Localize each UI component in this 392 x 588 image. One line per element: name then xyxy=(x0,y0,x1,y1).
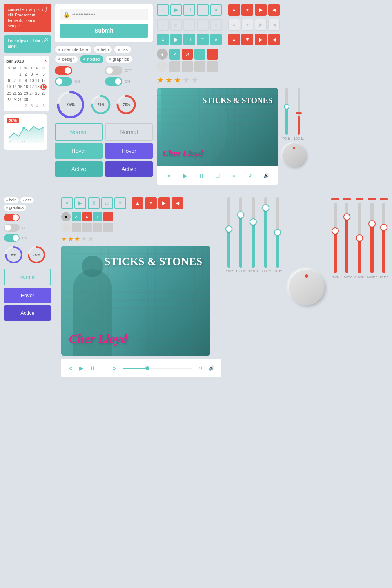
password-input[interactable] xyxy=(72,12,145,17)
tag-help[interactable]: help xyxy=(94,45,113,53)
btn-sm-hover[interactable]: Hover xyxy=(4,288,51,303)
star-3[interactable]: ★ xyxy=(174,75,181,85)
cal-day[interactable]: 30 xyxy=(24,97,29,103)
b-down-btn[interactable]: ▼ xyxy=(145,197,157,209)
star-1[interactable]: ★ xyxy=(157,75,164,85)
lg-volume[interactable]: 🔊 xyxy=(206,363,217,374)
knob[interactable] xyxy=(282,143,306,167)
b-x-icon[interactable]: ✕ xyxy=(82,212,92,221)
b-star-5[interactable]: ★ xyxy=(88,235,93,243)
eq-red-knob-2[interactable] xyxy=(343,213,350,220)
eq-red-knob-1[interactable] xyxy=(332,227,339,234)
stop-btn[interactable]: □ xyxy=(197,4,209,16)
alert-teal-close-icon[interactable]: ✕ xyxy=(45,37,49,42)
cal-day[interactable]: 25 xyxy=(35,91,40,96)
lg-forward[interactable]: » xyxy=(109,363,120,374)
player-repeat[interactable]: ↺ xyxy=(245,170,256,181)
btn-hover-teal[interactable]: Hover xyxy=(55,143,103,159)
cal-day[interactable]: 4 xyxy=(35,71,40,77)
toggle-1[interactable] xyxy=(55,66,72,75)
cal-day[interactable]: 29 xyxy=(18,97,23,103)
b-play-btn[interactable]: ▶ xyxy=(74,197,86,209)
cal-day[interactable] xyxy=(29,97,34,103)
tag-design[interactable]: design xyxy=(55,55,78,63)
sq-icon-4[interactable] xyxy=(207,61,218,72)
play-btn[interactable]: ▶ xyxy=(170,4,182,16)
cal-day[interactable] xyxy=(6,71,12,77)
play-btn-2[interactable]: ▶ xyxy=(170,19,182,31)
left-btn-red-3[interactable]: ◀ xyxy=(268,34,280,45)
b-plus-icon[interactable]: + xyxy=(93,212,102,221)
b-check-icon[interactable]: ✓ xyxy=(72,212,81,221)
eq-knob-1[interactable] xyxy=(225,225,232,232)
cal-day[interactable] xyxy=(35,97,40,103)
cal-day[interactable]: 2 xyxy=(24,71,29,77)
lg-play[interactable]: ▶ xyxy=(76,363,87,374)
cal-day[interactable]: 24 xyxy=(29,91,34,96)
b-sq-4[interactable] xyxy=(103,223,113,232)
b-star-3[interactable]: ★ xyxy=(74,235,80,243)
cal-day[interactable]: 6 xyxy=(6,78,12,83)
stop-btn-2[interactable]: □ xyxy=(197,19,209,31)
plus-icon[interactable]: + xyxy=(194,49,205,60)
b-sq-1[interactable] xyxy=(72,223,81,232)
btn-normal-gray[interactable]: Normal xyxy=(105,123,153,141)
cal-day[interactable]: 27 xyxy=(6,97,12,103)
player-volume[interactable]: 🔊 xyxy=(261,170,272,181)
btn-sm-active[interactable]: Active xyxy=(4,305,51,321)
minus-icon[interactable]: − xyxy=(207,49,218,60)
toggle-2[interactable] xyxy=(105,66,122,75)
tgl-sm-off[interactable] xyxy=(4,224,20,232)
player-play[interactable]: ▶ xyxy=(180,170,191,181)
btn-active-purple[interactable]: Active xyxy=(105,161,153,177)
calendar-next-icon[interactable]: › xyxy=(45,58,47,64)
b-left-btn[interactable]: ◀ xyxy=(172,197,183,209)
tag-sm-help[interactable]: help xyxy=(4,197,19,203)
play-btn-3[interactable]: ▶ xyxy=(170,34,182,45)
b-radio-2[interactable] xyxy=(61,223,71,232)
tag-css[interactable]: css xyxy=(114,45,131,53)
rewind-btn-2[interactable]: « xyxy=(157,19,169,31)
b-rewind-btn[interactable]: « xyxy=(61,197,73,209)
forward-btn[interactable]: » xyxy=(210,4,222,16)
cal-day[interactable] xyxy=(6,103,12,109)
up-btn-gray[interactable]: ▲ xyxy=(228,19,240,31)
player-pause[interactable]: ⏸ xyxy=(196,170,207,181)
cal-day-today[interactable]: 19 xyxy=(40,84,47,90)
cal-day[interactable] xyxy=(40,97,47,103)
eq-red-knob-5[interactable] xyxy=(380,224,387,231)
cal-day[interactable]: 17 xyxy=(29,84,34,90)
radio-icon-2[interactable] xyxy=(157,61,168,72)
slider-knob-teal[interactable] xyxy=(284,104,289,109)
tag-hosted[interactable]: hosted xyxy=(80,55,103,63)
lg-repeat[interactable]: ↺ xyxy=(195,363,206,374)
up-btn-red[interactable]: ▲ xyxy=(228,4,240,16)
b-minus-icon[interactable]: − xyxy=(103,212,113,221)
cal-day[interactable]: 3 xyxy=(29,103,34,109)
b-forward-btn[interactable]: » xyxy=(114,197,126,209)
cal-day[interactable] xyxy=(18,103,23,109)
cal-day[interactable]: 22 xyxy=(18,91,23,96)
check-icon[interactable]: ✓ xyxy=(169,49,180,60)
toggle-3[interactable] xyxy=(55,77,72,86)
cal-day[interactable] xyxy=(12,71,18,77)
tgl-sm-teal[interactable] xyxy=(4,234,20,242)
cal-day[interactable]: 28 xyxy=(12,97,18,103)
cal-day[interactable] xyxy=(12,103,18,109)
b-right-btn[interactable]: ▶ xyxy=(158,197,170,209)
lg-stop[interactable]: □ xyxy=(98,363,109,374)
b-pause-btn[interactable]: ⏸ xyxy=(88,197,100,209)
b-sq-2[interactable] xyxy=(82,223,92,232)
cal-day[interactable]: 26 xyxy=(40,91,47,96)
lg-rewind[interactable]: « xyxy=(65,363,76,374)
large-knob[interactable] xyxy=(289,270,324,305)
toggle-4[interactable] xyxy=(105,77,122,86)
sq-icon-3[interactable] xyxy=(194,61,205,72)
cal-day[interactable]: 3 xyxy=(29,71,34,77)
eq-knob-5[interactable] xyxy=(274,229,281,236)
down-btn-red-3[interactable]: ▼ xyxy=(241,34,253,45)
b-radio-icon[interactable]: ● xyxy=(61,212,71,221)
cal-day[interactable]: 15 xyxy=(18,84,23,90)
cal-day[interactable]: 2 xyxy=(24,103,29,109)
x-icon[interactable]: ✕ xyxy=(182,49,193,60)
